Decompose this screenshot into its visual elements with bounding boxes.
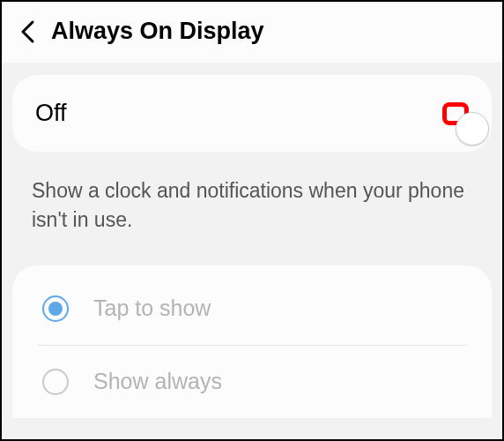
radio-icon (42, 295, 69, 322)
master-toggle-card: Off (12, 75, 492, 152)
toggle-knob (456, 112, 489, 146)
toggle-state-label: Off (35, 100, 67, 127)
feature-description: Show a clock and notifications when your… (2, 152, 502, 265)
option-show-always[interactable]: Show always (37, 346, 467, 418)
header: Always On Display (2, 2, 502, 63)
option-tap-to-show[interactable]: Tap to show (37, 273, 467, 346)
option-label: Show always (93, 369, 222, 394)
options-card: Tap to show Show always (12, 265, 492, 418)
page-title: Always On Display (51, 18, 264, 45)
option-label: Tap to show (93, 295, 211, 321)
radio-icon (42, 369, 69, 395)
back-icon[interactable] (19, 19, 35, 44)
toggle-highlight (442, 102, 469, 125)
